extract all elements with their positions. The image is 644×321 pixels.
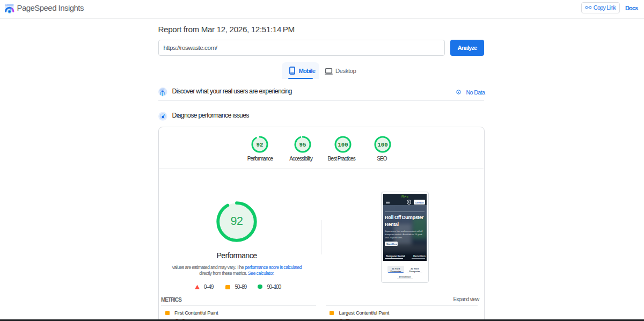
svg-text:100: 100 <box>377 141 387 148</box>
svg-text:100: 100 <box>338 141 348 148</box>
svg-text:92: 92 <box>257 141 264 148</box>
svg-text:95: 95 <box>299 141 306 148</box>
